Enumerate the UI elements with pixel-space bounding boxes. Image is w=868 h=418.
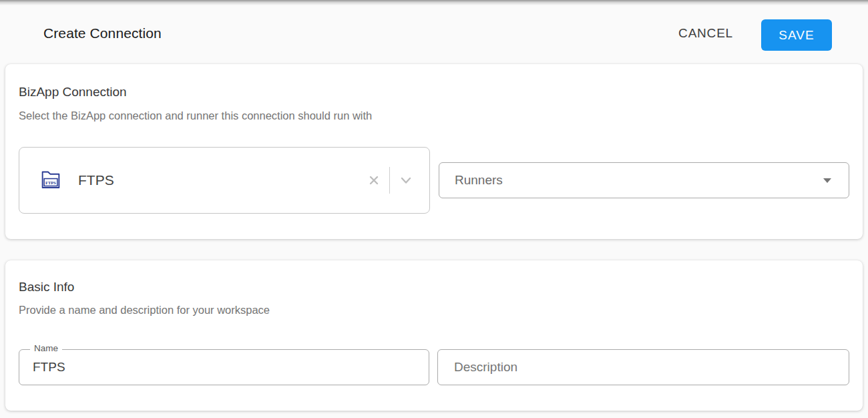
connection-select-controls [363,167,417,194]
runner-select[interactable]: Runners [439,162,849,198]
select-divider [389,167,390,194]
header-bar: Create Connection CANCEL SAVE [0,3,868,64]
caret-down-icon [823,178,831,183]
basic-info-section-title: Basic Info [19,280,74,294]
bizapp-connection-card: BizApp Connection Select the BizApp conn… [5,64,863,239]
description-input[interactable] [438,350,849,385]
svg-text:FTPS: FTPS [45,180,56,185]
name-field-label: Name [30,343,62,353]
save-button[interactable]: SAVE [761,19,832,51]
connection-select[interactable]: FTPS FTPS [19,147,430,214]
runner-select-value: Runners [455,173,503,188]
basic-info-section-subtitle: Provide a name and description for your … [19,304,270,317]
ftps-folder-icon: FTPS [38,168,63,193]
page-title: Create Connection [43,25,162,41]
name-field-wrapper: Name [19,349,429,385]
create-connection-page: { "header": { "title": "Create Connectio… [0,0,868,418]
description-field-wrapper [437,349,849,385]
chevron-down-icon[interactable] [395,173,417,188]
cancel-button[interactable]: CANCEL [678,26,733,41]
name-input[interactable] [19,350,429,385]
bizapp-section-subtitle: Select the BizApp connection and runner … [19,110,372,122]
connection-select-value: FTPS [78,172,114,188]
clear-x-icon[interactable] [363,174,385,187]
bizapp-section-title: BizApp Connection [19,85,127,99]
basic-info-card: Basic Info Provide a name and descriptio… [5,260,863,411]
